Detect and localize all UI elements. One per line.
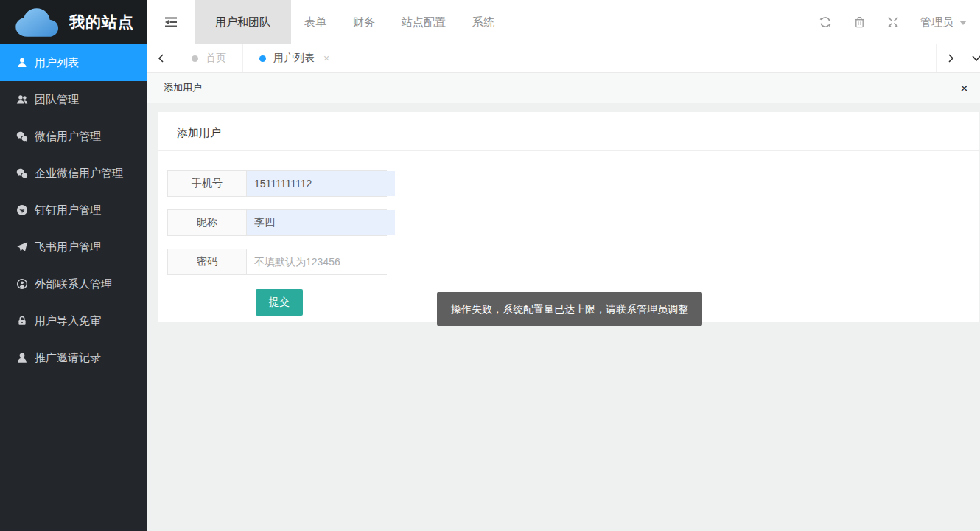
sidebar-item-label: 用户导入免审 — [35, 314, 101, 328]
sidebar-item-invite-records[interactable]: 推广邀请记录 — [0, 339, 147, 376]
nav-tab-label: 用户和团队 — [215, 15, 270, 30]
dingtalk-icon — [15, 204, 28, 217]
sidebar-item-wecom-users[interactable]: 企业微信用户管理 — [0, 155, 147, 192]
sidebar-item-user-import[interactable]: 用户导入免审 — [0, 302, 147, 339]
sidebar-item-label: 推广邀请记录 — [35, 351, 101, 365]
nav-tab-finance[interactable]: 财务 — [340, 0, 388, 44]
submit-button[interactable]: 提交 — [256, 289, 303, 316]
tab-scroll-right-icon[interactable] — [936, 44, 964, 72]
phone-label: 手机号 — [168, 171, 247, 196]
cloud-logo-icon — [10, 6, 65, 38]
sidebar-item-label: 钉钉用户管理 — [35, 204, 101, 218]
password-input[interactable] — [247, 249, 395, 274]
tab-label: 用户列表 — [273, 52, 315, 65]
form-row-nickname: 昵称 — [167, 209, 387, 236]
users-group-icon — [15, 94, 28, 106]
fullscreen-icon[interactable] — [876, 0, 910, 44]
feishu-plane-icon — [15, 241, 28, 254]
tab-home[interactable]: 首页 — [175, 44, 243, 72]
password-label: 密码 — [168, 249, 247, 274]
lock-icon — [15, 315, 28, 327]
person-outline-icon — [15, 352, 28, 364]
sidebar-item-dingtalk-users[interactable]: 钉钉用户管理 — [0, 192, 147, 229]
error-toast: 操作失败，系统配置量已达上限，请联系管理员调整 — [437, 292, 702, 326]
nav-tab-users-teams[interactable]: 用户和团队 — [195, 0, 291, 44]
nav-tab-label: 财务 — [353, 15, 375, 30]
tab-dot — [192, 55, 198, 62]
tab-user-list[interactable]: 用户列表 × — [243, 44, 346, 72]
sidebar-item-team-management[interactable]: 团队管理 — [0, 81, 147, 118]
sidebar-item-external-contacts[interactable]: 外部联系人管理 — [0, 266, 147, 302]
admin-label: 管理员 — [920, 15, 953, 30]
main-area: 用户和团队 表单 财务 站点配置 系统 — [147, 0, 980, 531]
tab-label: 首页 — [206, 52, 226, 65]
nav-tab-label: 表单 — [304, 15, 326, 30]
refresh-icon[interactable] — [808, 0, 842, 44]
site-logo: 我的站点 — [0, 0, 147, 44]
site-title: 我的站点 — [69, 12, 134, 32]
tab-dot — [259, 55, 266, 62]
add-user-form: 手机号 昵称 密码 提交 — [158, 151, 979, 316]
admin-dropdown[interactable]: 管理员 — [920, 15, 967, 30]
sidebar-item-label: 用户列表 — [35, 56, 79, 70]
sidebar-item-label: 团队管理 — [35, 93, 79, 107]
nickname-label: 昵称 — [168, 210, 247, 235]
panel-close-icon[interactable]: × — [960, 81, 968, 95]
sidebar-item-label: 企业微信用户管理 — [35, 167, 123, 181]
add-user-card: 添加用户 手机号 昵称 密码 提交 — [158, 112, 979, 322]
content-area: 添加用户 手机号 昵称 密码 提交 操作失败，系统配置量已达上限，请联系管理员调… — [147, 103, 980, 531]
chevron-down-icon — [959, 21, 967, 25]
panel-titlebar: 添加用户 × — [147, 73, 980, 103]
top-header: 用户和团队 表单 财务 站点配置 系统 — [147, 0, 980, 44]
sidebar-item-label: 飞书用户管理 — [35, 240, 101, 254]
sidebar-item-label: 微信用户管理 — [35, 130, 101, 144]
nav-tab-label: 系统 — [472, 15, 494, 30]
panel-title: 添加用户 — [164, 81, 202, 94]
sidebar-item-wechat-users[interactable]: 微信用户管理 — [0, 118, 147, 155]
collapse-menu-icon[interactable] — [147, 0, 195, 44]
nav-tab-system[interactable]: 系统 — [459, 0, 508, 44]
nav-tab-forms[interactable]: 表单 — [291, 0, 340, 44]
nav-tab-label: 站点配置 — [402, 15, 446, 30]
sidebar: 我的站点 用户列表 团队管理 微信用户管理 企业微信用户管理 钉钉用户管理 — [0, 0, 147, 531]
tab-close-icon[interactable]: × — [323, 52, 329, 64]
tab-menu-icon[interactable] — [964, 44, 980, 72]
wechat-icon — [15, 131, 28, 143]
breadcrumb-tabbar: 首页 用户列表 × — [147, 44, 980, 73]
phone-input[interactable] — [247, 171, 395, 196]
form-row-phone: 手机号 — [167, 170, 387, 197]
trash-icon[interactable] — [842, 0, 876, 44]
user-icon — [15, 57, 28, 69]
nickname-input[interactable] — [247, 210, 395, 235]
wecom-icon — [15, 167, 28, 180]
card-title: 添加用户 — [158, 112, 979, 151]
form-row-password: 密码 — [167, 249, 387, 275]
top-nav: 用户和团队 表单 财务 站点配置 系统 — [195, 0, 508, 44]
sidebar-item-label: 外部联系人管理 — [35, 277, 112, 291]
tab-scroll-left-icon[interactable] — [147, 44, 175, 72]
sidebar-item-feishu-users[interactable]: 飞书用户管理 — [0, 229, 147, 266]
header-actions: 管理员 — [808, 0, 980, 44]
contact-circle-icon — [15, 278, 28, 291]
sidebar-item-user-list[interactable]: 用户列表 — [0, 44, 147, 81]
nav-tab-site-config[interactable]: 站点配置 — [388, 0, 459, 44]
